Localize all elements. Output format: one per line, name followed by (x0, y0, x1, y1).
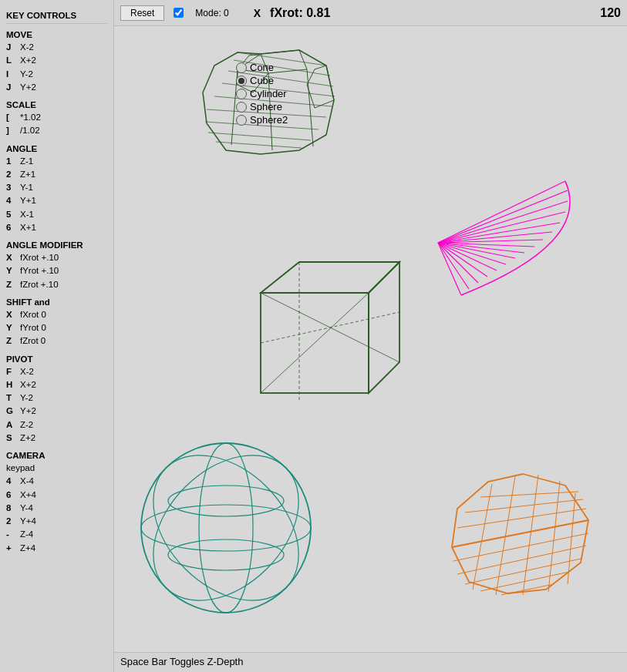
right-panel: Reset Mode: 0 X fXrot: 0.81 120 Cone Cub… (114, 0, 627, 672)
svg-line-11 (208, 133, 311, 140)
bottom-bar: Space Bar Toggles Z-Depth (114, 652, 627, 672)
reset-button[interactable]: Reset (120, 5, 164, 21)
svg-point-44 (125, 427, 327, 629)
angle-row-3: 3Y-1 (6, 181, 107, 194)
anglemod-row-2: YfYrot +.10 (6, 264, 107, 277)
radio-label-sphere2: Sphere2 (250, 114, 288, 126)
radio-btn-sphere[interactable] (236, 102, 247, 113)
radio-label-cube: Cube (250, 75, 274, 86)
pivot-row-3: TY-2 (6, 391, 107, 405)
svg-line-51 (453, 533, 588, 561)
camera-title: CAMERA (6, 451, 107, 460)
radio-label-sphere: Sphere (250, 101, 282, 113)
pivot-row-4: GY+2 (6, 405, 107, 418)
pivot-row-6: SZ+2 (6, 432, 107, 445)
camera-sub: keypad (6, 462, 107, 475)
shift-row-3: ZfZrot 0 (6, 334, 107, 348)
angle-row-2: 2Z+1 (6, 168, 107, 181)
scale-title: SCALE (6, 100, 107, 109)
svg-marker-2 (307, 66, 334, 108)
svg-point-43 (199, 443, 253, 613)
move-title: MOVE (6, 30, 107, 39)
svg-point-41 (141, 505, 311, 551)
svg-line-49 (465, 499, 583, 512)
fxrot-value: fXrot: 0.81 (270, 6, 330, 20)
angle-mod-title: ANGLE MODIFIER (6, 240, 107, 250)
shift-row-1: XfXrot 0 (6, 308, 107, 321)
svg-point-45 (125, 427, 327, 629)
camera-row-1: 4X-4 (6, 475, 107, 488)
radio-btn-sphere2[interactable] (236, 115, 247, 126)
move-row-2: LX+2 (6, 54, 107, 67)
svg-line-53 (465, 559, 581, 584)
camera-row-4: 2Y+4 (6, 515, 107, 528)
shape-selector: Cone Cube Cylinder Sphere Sphere2 (230, 55, 288, 126)
radio-cube[interactable]: Cube (236, 75, 288, 86)
svg-line-17 (438, 190, 568, 243)
svg-marker-34 (369, 262, 399, 393)
svg-line-50 (480, 492, 578, 497)
radio-sphere2[interactable]: Sphere2 (236, 114, 288, 126)
pivot-row-5: AZ-2 (6, 418, 107, 432)
radio-cone[interactable]: Cone (236, 62, 288, 73)
angle-row-4: 4Y+1 (6, 194, 107, 207)
angle-title: ANGLE (6, 144, 107, 153)
svg-point-39 (141, 443, 311, 613)
radio-btn-cube[interactable] (236, 76, 247, 86)
scale-row-1: [*1.02 (6, 111, 107, 124)
svg-marker-33 (261, 262, 399, 293)
diamond-shape (452, 474, 588, 595)
camera-row-3: 8Y-4 (6, 502, 107, 515)
svg-point-40 (168, 486, 284, 516)
pivot-row-1: FX-2 (6, 365, 107, 378)
anglemod-row-1: XfXrot +.10 (6, 251, 107, 264)
camera-row-6: +Z+4 (6, 542, 107, 555)
move-row-3: IY-2 (6, 68, 107, 81)
anglemod-row-3: ZfZrot +.10 (6, 278, 107, 291)
radio-cylinder[interactable]: Cylinder (236, 88, 288, 99)
svg-line-61 (452, 520, 588, 547)
fan-shape (438, 181, 570, 295)
pivot-row-2: HX+2 (6, 378, 107, 391)
sphere-shape (125, 427, 327, 629)
move-row-1: JX-2 (6, 41, 107, 54)
svg-point-42 (168, 539, 284, 570)
angle-row-1: 1Z-1 (6, 155, 107, 168)
svg-line-14 (307, 69, 313, 146)
scale-row-2: ]/1.02 (6, 124, 107, 137)
bottom-hint: Space Bar Toggles Z-Depth (120, 656, 243, 667)
radio-label-cone: Cone (250, 62, 274, 73)
x-indicator: X (254, 7, 261, 19)
svg-line-16 (438, 181, 565, 243)
shift-row-2: YfYrot 0 (6, 321, 107, 334)
svg-line-36 (261, 293, 369, 393)
angle-row-6: 6X+1 (6, 221, 107, 234)
svg-line-58 (523, 475, 538, 595)
svg-line-38 (261, 312, 399, 343)
top-bar: Reset Mode: 0 X fXrot: 0.81 120 (114, 0, 627, 26)
move-row-4: JY+2 (6, 81, 107, 94)
canvas-svg (114, 26, 627, 652)
mode-label: Mode: 0 (195, 8, 228, 18)
camera-row-5: -Z-4 (6, 528, 107, 541)
main-area: Cone Cube Cylinder Sphere Sphere2 (114, 26, 627, 652)
cube-shape (261, 262, 399, 401)
radio-btn-cone[interactable] (236, 62, 247, 73)
shift-title: SHIFT and (6, 297, 107, 307)
svg-line-12 (216, 142, 302, 148)
svg-line-56 (473, 484, 492, 590)
radio-btn-cylinder[interactable] (236, 89, 247, 99)
mode-checkbox[interactable] (174, 8, 184, 18)
angle-row-5: 5X-1 (6, 208, 107, 221)
radio-sphere[interactable]: Sphere (236, 101, 288, 113)
radio-label-cylinder: Cylinder (250, 88, 287, 99)
pivot-title: PIVOT (6, 354, 107, 364)
frame-number: 120 (600, 6, 621, 20)
key-controls-title: KEY CONTROLS (6, 11, 107, 20)
camera-row-2: 6X+4 (6, 489, 107, 502)
left-panel: KEY CONTROLS MOVE JX-2 LX+2 IY-2 JY+2 SC… (0, 0, 114, 672)
